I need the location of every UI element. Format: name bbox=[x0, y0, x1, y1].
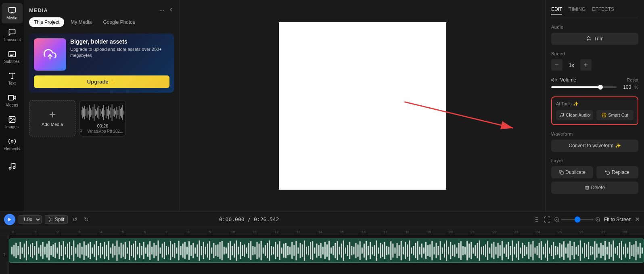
svg-rect-309 bbox=[487, 241, 488, 260]
plus-icon bbox=[48, 110, 57, 119]
svg-rect-276 bbox=[419, 247, 420, 254]
play-button[interactable] bbox=[4, 214, 15, 225]
playback-speed-select[interactable]: 1.0x bbox=[19, 215, 42, 224]
add-media-button[interactable]: Add Media bbox=[29, 100, 75, 136]
fit-track-icon[interactable] bbox=[544, 216, 551, 223]
svg-rect-260 bbox=[386, 246, 387, 255]
svg-rect-349 bbox=[569, 241, 571, 260]
svg-rect-312 bbox=[493, 242, 494, 259]
tab-effects[interactable]: EFFECTS bbox=[592, 6, 614, 15]
ruler-mark-28: :28 bbox=[622, 230, 644, 234]
svg-rect-381 bbox=[636, 241, 637, 260]
audio-file-item[interactable]: 00:26 WhatsApp Ptt 202... bbox=[79, 100, 126, 136]
svg-rect-248 bbox=[362, 247, 363, 253]
volume-label: Volume bbox=[560, 77, 623, 83]
sidebar-item-text[interactable]: Text bbox=[2, 69, 23, 89]
svg-rect-19 bbox=[84, 106, 85, 119]
svg-rect-270 bbox=[407, 245, 408, 257]
smart-cut-icon bbox=[602, 113, 606, 117]
fit-to-screen-button[interactable]: Fit to Screen bbox=[604, 217, 631, 222]
clean-audio-button[interactable]: Clean Audio bbox=[556, 110, 593, 120]
svg-rect-81 bbox=[17, 246, 19, 255]
sidebar-item-subtitles[interactable]: Subtitles bbox=[2, 47, 23, 67]
more-options-button[interactable]: ··· bbox=[159, 7, 165, 14]
svg-rect-39 bbox=[108, 106, 109, 119]
svg-rect-237 bbox=[339, 247, 340, 254]
zoom-slider[interactable] bbox=[561, 219, 594, 220]
volume-slider-thumb[interactable] bbox=[598, 85, 603, 90]
tab-my-media[interactable]: My Media bbox=[66, 17, 96, 27]
svg-rect-41 bbox=[111, 107, 111, 118]
svg-rect-144 bbox=[147, 245, 148, 257]
svg-rect-289 bbox=[446, 241, 447, 261]
svg-rect-259 bbox=[384, 242, 385, 259]
svg-rect-43 bbox=[113, 109, 114, 116]
svg-rect-223 bbox=[310, 242, 311, 259]
svg-rect-238 bbox=[341, 244, 342, 258]
upgrade-button[interactable]: Upgrade ✨ bbox=[34, 75, 169, 88]
svg-rect-101 bbox=[59, 242, 60, 259]
svg-rect-62 bbox=[560, 172, 563, 175]
sidebar-item-transcript[interactable]: Transcript bbox=[2, 25, 23, 45]
svg-rect-291 bbox=[450, 242, 451, 259]
svg-rect-203 bbox=[269, 241, 270, 261]
sidebar-item-videos[interactable]: Videos bbox=[2, 90, 23, 111]
replace-button[interactable]: Replace bbox=[596, 166, 638, 178]
smart-cut-button[interactable]: Smart Cut bbox=[596, 110, 634, 120]
svg-rect-262 bbox=[390, 241, 391, 260]
zoom-out-icon[interactable] bbox=[554, 217, 560, 222]
tab-this-project[interactable]: This Project bbox=[29, 17, 64, 27]
waveform-section: Waveform Convert to waveform ✨ bbox=[551, 132, 638, 152]
svg-rect-236 bbox=[337, 241, 338, 260]
svg-rect-150 bbox=[160, 247, 161, 253]
svg-rect-239 bbox=[343, 241, 344, 261]
svg-rect-148 bbox=[155, 245, 157, 256]
svg-rect-305 bbox=[479, 241, 480, 261]
volume-slider[interactable] bbox=[551, 86, 617, 88]
svg-rect-45 bbox=[115, 111, 116, 115]
speed-increase-button[interactable]: + bbox=[580, 59, 592, 71]
svg-rect-377 bbox=[627, 247, 628, 253]
undo-button[interactable]: ↺ bbox=[71, 215, 79, 224]
svg-rect-228 bbox=[320, 243, 322, 259]
svg-rect-328 bbox=[526, 247, 527, 254]
timeline-waveform: // This will be rendered as static bars bbox=[9, 239, 644, 262]
volume-reset-label[interactable]: Reset bbox=[627, 77, 638, 82]
ruler-mark-17: :17 bbox=[383, 230, 404, 234]
audio-icon bbox=[8, 162, 16, 170]
trim-button[interactable]: Trim bbox=[551, 33, 638, 45]
sidebar-item-text-label: Text bbox=[8, 81, 15, 86]
convert-waveform-button[interactable]: Convert to waveform ✨ bbox=[551, 140, 638, 152]
svg-rect-302 bbox=[473, 247, 474, 253]
ruler-mark-22: :22 bbox=[491, 230, 513, 234]
speed-decrease-button[interactable]: − bbox=[551, 59, 562, 71]
svg-rect-286 bbox=[440, 241, 441, 260]
close-timeline-button[interactable]: ✕ bbox=[635, 215, 640, 223]
sidebar-item-audio[interactable] bbox=[2, 159, 23, 175]
svg-rect-339 bbox=[549, 247, 550, 253]
canvas-area bbox=[180, 0, 545, 211]
svg-rect-84 bbox=[24, 244, 25, 258]
redo-button[interactable]: ↻ bbox=[82, 215, 90, 224]
ruler-mark-3: :3 bbox=[77, 230, 99, 234]
delete-button[interactable]: Delete bbox=[551, 182, 638, 194]
tab-edit[interactable]: EDIT bbox=[551, 6, 562, 15]
audio-track[interactable]: // This will be rendered as static bars bbox=[9, 238, 644, 263]
collapse-panel-button[interactable] bbox=[168, 6, 174, 14]
tab-google-photos[interactable]: Google Photos bbox=[98, 17, 140, 27]
duplicate-button[interactable]: Duplicate bbox=[551, 166, 593, 178]
sidebar-item-images[interactable]: Images bbox=[2, 112, 23, 132]
sidebar-item-elements[interactable]: Elements bbox=[2, 134, 23, 154]
snap-icon[interactable] bbox=[533, 216, 540, 223]
tab-timing[interactable]: TIMING bbox=[569, 6, 585, 15]
trim-label: Trim bbox=[594, 36, 604, 42]
zoom-in-icon[interactable] bbox=[595, 217, 601, 222]
svg-rect-114 bbox=[86, 245, 87, 256]
svg-rect-139 bbox=[137, 247, 138, 254]
svg-rect-92 bbox=[40, 245, 42, 257]
svg-rect-184 bbox=[230, 241, 231, 260]
sidebar-item-media[interactable]: Media bbox=[2, 3, 23, 23]
svg-rect-160 bbox=[180, 246, 182, 255]
split-button[interactable]: Split bbox=[45, 215, 68, 224]
svg-rect-317 bbox=[504, 247, 505, 253]
